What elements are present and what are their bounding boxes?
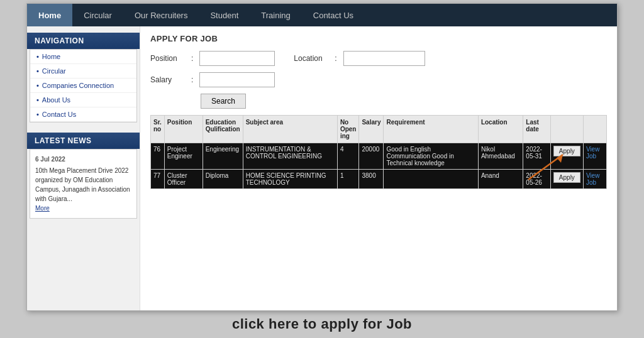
col-apply <box>550 116 583 143</box>
location-colon: : <box>335 54 336 63</box>
col-location: Location <box>478 116 523 143</box>
cell-location-2: Anand <box>478 170 523 189</box>
cell-requirement-2 <box>384 170 478 189</box>
nav-contact-us[interactable]: Contact Us <box>302 4 365 26</box>
latest-news-section: LATEST NEWS 6 Jul 2022 10th Mega Placeme… <box>27 133 140 219</box>
cell-view-2: View Job <box>583 170 606 189</box>
cell-salary-2: 3800 <box>359 170 384 189</box>
main-content: NAVIGATION Home Circular Companies Conne… <box>27 26 617 310</box>
cell-lastdate-2: 2022-05-26 <box>523 170 551 189</box>
col-requirement: Requirement <box>384 116 478 143</box>
salary-row: Salary : <box>150 72 607 87</box>
cell-education-1: Engineering <box>203 143 243 170</box>
cell-opening-1: 4 <box>337 143 359 170</box>
cell-education-2: Diploma <box>203 170 243 189</box>
col-position: Position <box>164 116 203 143</box>
col-last-date: Lastdate <box>523 116 551 143</box>
sidebar: NAVIGATION Home Circular Companies Conne… <box>27 26 140 310</box>
position-label: Position <box>150 54 185 63</box>
cell-sr-1: 76 <box>151 143 165 170</box>
location-label: Location <box>294 54 328 63</box>
cell-sr-2: 77 <box>151 170 165 189</box>
position-input[interactable] <box>199 51 275 66</box>
col-no-opening: NoOpening <box>337 116 359 143</box>
table-header-row: Sr.no Position EducationQulification Sub… <box>151 116 607 143</box>
salary-input[interactable] <box>199 72 275 87</box>
view-job-link-2[interactable]: View Job <box>586 172 604 186</box>
col-view <box>583 116 606 143</box>
sidebar-item-companies-connection[interactable]: Companies Connection <box>30 79 136 93</box>
latest-news-header: LATEST NEWS <box>27 133 140 149</box>
cell-view-1: View Job <box>583 143 606 170</box>
apply-button-1[interactable]: Apply <box>553 146 580 156</box>
search-button[interactable]: Search <box>201 94 246 109</box>
navigation-header: NAVIGATION <box>27 33 140 49</box>
navigation-section: NAVIGATION Home Circular Companies Conne… <box>27 33 140 123</box>
position-colon: : <box>191 54 193 63</box>
cell-lastdate-1: 2022-05-31 <box>523 143 551 170</box>
sidebar-item-home[interactable]: Home <box>30 50 136 64</box>
nav-our-recruiters[interactable]: Our Recruiters <box>123 4 199 26</box>
nav-home[interactable]: Home <box>27 4 72 26</box>
view-job-link-1[interactable]: View Job <box>586 146 604 160</box>
cell-opening-2: 1 <box>337 170 359 189</box>
cell-subject-2: HOME SCIENCE PRINTING TECHNOLOGY <box>243 170 337 189</box>
nav-student[interactable]: Student <box>199 4 250 26</box>
col-sr-no: Sr.no <box>151 116 165 143</box>
top-navigation: Home Circular Our Recruiters Student Tra… <box>27 4 617 26</box>
cell-apply-2: Apply <box>550 170 583 189</box>
sidebar-item-circular[interactable]: Circular <box>30 64 136 79</box>
cell-position-1: Project Engineer <box>164 143 203 170</box>
nav-training[interactable]: Training <box>250 4 301 26</box>
cell-requirement-1: Good in English Communication Good in Te… <box>384 143 478 170</box>
cell-position-2: Cluster Officer <box>164 170 203 189</box>
table-wrapper: Sr.no Position EducationQulification Sub… <box>150 115 607 189</box>
sidebar-item-about-us[interactable]: About Us <box>30 93 136 107</box>
news-date: 6 Jul 2022 <box>35 155 131 164</box>
news-more-link[interactable]: More <box>35 205 50 212</box>
salary-colon: : <box>191 75 193 84</box>
location-input[interactable] <box>343 51 425 66</box>
col-salary: Salary <box>359 116 384 143</box>
apply-button-2[interactable]: Apply <box>553 172 580 183</box>
page-title: APPLY FOR JOB <box>150 34 607 43</box>
salary-label: Salary <box>150 75 185 84</box>
sidebar-nav-list: Home Circular Companies Connection About… <box>30 49 137 123</box>
right-panel: APPLY FOR JOB Position : Location : Sala… <box>140 26 617 310</box>
bottom-caption: click here to apply for Job <box>232 311 412 335</box>
col-subject: Subject area <box>243 116 337 143</box>
table-row: 77 Cluster Officer Diploma HOME SCIENCE … <box>151 170 607 189</box>
table-row: 76 Project Engineer Engineering INSTRUME… <box>151 143 607 170</box>
cell-apply-1: Apply <box>550 143 583 170</box>
nav-circular[interactable]: Circular <box>72 4 123 26</box>
job-table: Sr.no Position EducationQulification Sub… <box>150 115 607 189</box>
position-location-row: Position : Location : <box>150 51 607 66</box>
cell-subject-1: INSTRUMENTATION & CONTROL ENGINEERING <box>243 143 337 170</box>
cell-location-1: Nikol Ahmedabad <box>478 143 523 170</box>
cell-salary-1: 20000 <box>359 143 384 170</box>
sidebar-item-contact-us[interactable]: Contact Us <box>30 107 136 122</box>
search-row: Search <box>150 94 607 109</box>
latest-news-content: 6 Jul 2022 10th Mega Placement Drive 202… <box>30 149 137 219</box>
col-education: EducationQulification <box>203 116 243 143</box>
news-text: 10th Mega Placement Drive 2022 organized… <box>35 166 131 204</box>
